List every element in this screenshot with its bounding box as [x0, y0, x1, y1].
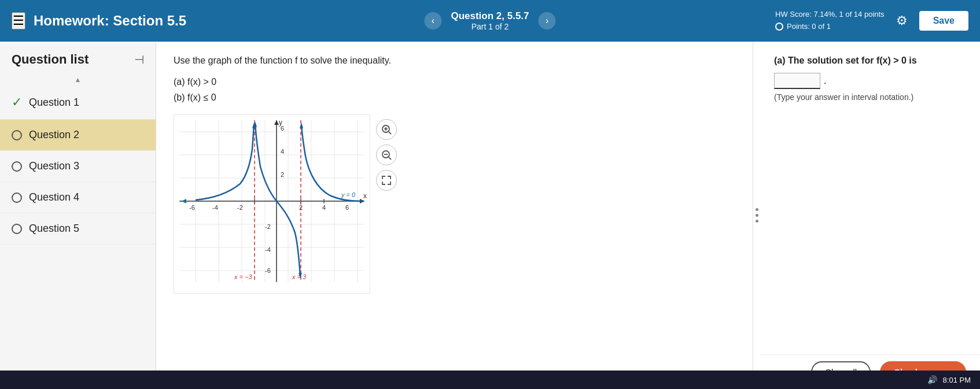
svg-text:-4: -4 [265, 246, 271, 253]
svg-text:6: 6 [345, 204, 349, 211]
answer-panel: (a) The solution set for f(x) > 0 is . (… [760, 42, 980, 389]
svg-text:-2: -2 [265, 223, 271, 230]
question-3-label: Question 3 [29, 160, 79, 172]
question-2-label: Question 2 [29, 129, 79, 141]
volume-icon: 🔊 [927, 375, 937, 384]
question-sub: Part 1 of 2 [451, 22, 529, 31]
sidebar-scroll-up-button[interactable]: ▲ [75, 76, 82, 84]
settings-button[interactable]: ⚙ [896, 13, 908, 28]
answer-instruction: (Type your answer in interval notation.) [774, 92, 966, 102]
zoom-out-button[interactable] [376, 145, 397, 165]
svg-text:4: 4 [322, 204, 326, 211]
question-5-radio-icon [12, 224, 22, 234]
svg-text:-6: -6 [189, 204, 195, 211]
question-part-b: (b) f(x) ≤ 0 [174, 90, 735, 105]
sidebar: Question list ⊣ ▲ ✓ Question 1 Question … [0, 42, 156, 389]
main-layout: Question list ⊣ ▲ ✓ Question 1 Question … [0, 42, 980, 389]
graph-svg: -6 -4 -2 2 4 6 x 6 4 2 -2 -4 - [174, 114, 370, 294]
content-area: Use the graph of the function f to solve… [156, 42, 980, 389]
header: ☰ Homework: Section 5.5 ‹ Question 2, 5.… [0, 0, 980, 42]
question-parts: (a) f(x) > 0 (b) f(x) ≤ 0 [174, 74, 735, 105]
question-list: ✓ Question 1 Question 2 Question 3 Quest… [0, 86, 156, 373]
question-panel: Use the graph of the function f to solve… [156, 42, 753, 389]
answer-part-label: (a) The solution set for f(x) > 0 is [774, 55, 917, 66]
question-instruction: Use the graph of the function f to solve… [174, 55, 735, 66]
points-label: Points: 0 of 1 [787, 21, 831, 33]
svg-text:2: 2 [281, 171, 284, 178]
page-title: Homework: Section 5.5 [34, 13, 186, 29]
sidebar-header: Question list ⊣ [0, 42, 156, 73]
header-left: ☰ Homework: Section 5.5 [12, 12, 197, 29]
zoom-in-button[interactable] [376, 119, 397, 140]
hw-score-label: HW Score: 7.14%, 1 of 14 points [775, 9, 885, 21]
graph-svg-container: -6 -4 -2 2 4 6 x 6 4 2 -2 -4 - [174, 114, 370, 296]
svg-text:x: x [363, 192, 367, 200]
sidebar-item-question-1[interactable]: ✓ Question 1 [0, 86, 156, 120]
graph-wrapper: -6 -4 -2 2 4 6 x 6 4 2 -2 -4 - [174, 114, 735, 296]
svg-line-50 [389, 132, 391, 134]
save-button[interactable]: Save [919, 11, 968, 31]
question-4-radio-icon [12, 192, 22, 203]
question-1-label: Question 1 [29, 97, 79, 109]
points-radio-icon [775, 23, 783, 31]
next-question-button[interactable]: › [539, 12, 556, 29]
expand-button[interactable] [376, 170, 397, 191]
svg-text:-2: -2 [237, 204, 243, 211]
svg-text:-4: -4 [212, 204, 218, 211]
sidebar-item-question-3[interactable]: Question 3 [0, 151, 156, 182]
sidebar-scroll-up: ▲ [0, 73, 156, 86]
panel-divider [753, 42, 760, 389]
divider-dot-2 [756, 214, 758, 217]
hw-score-area: HW Score: 7.14%, 1 of 14 points Points: … [775, 9, 885, 33]
sidebar-collapse-button[interactable]: ⊣ [134, 53, 144, 66]
sidebar-item-question-2[interactable]: Question 2 [0, 120, 156, 151]
taskbar-icons: 🔊 [927, 375, 937, 384]
graph-tools [376, 119, 397, 191]
divider-dot-3 [756, 220, 758, 223]
svg-text:y = 0: y = 0 [341, 191, 356, 198]
taskbar-time: 8:01 PM [943, 376, 971, 384]
prev-question-button[interactable]: ‹ [424, 12, 441, 29]
answer-input[interactable] [774, 73, 820, 89]
question-5-label: Question 5 [29, 223, 79, 235]
svg-text:4: 4 [281, 148, 284, 155]
svg-text:x = −3: x = −3 [234, 273, 252, 280]
sidebar-item-question-5[interactable]: Question 5 [0, 213, 156, 244]
svg-text:-6: -6 [265, 267, 271, 274]
menu-icon[interactable]: ☰ [12, 12, 25, 29]
svg-text:y: y [279, 118, 282, 127]
question-part-a: (a) f(x) > 0 [174, 74, 735, 90]
question-1-check-icon: ✓ [12, 95, 22, 110]
header-right: HW Score: 7.14%, 1 of 14 points Points: … [775, 9, 968, 33]
question-4-label: Question 4 [29, 191, 79, 203]
svg-line-53 [389, 157, 391, 160]
sidebar-title: Question list [12, 52, 89, 67]
answer-period: . [824, 76, 826, 86]
question-info: Question 2, 5.5.7 Part 1 of 2 [451, 10, 529, 31]
sidebar-item-question-4[interactable]: Question 4 [0, 182, 156, 213]
question-label: Question 2, 5.5.7 [451, 10, 529, 22]
hw-points-line: Points: 0 of 1 [775, 21, 885, 33]
question-2-radio-icon [12, 130, 22, 140]
divider-dot-1 [756, 208, 758, 211]
svg-rect-0 [174, 114, 370, 294]
header-center: ‹ Question 2, 5.5.7 Part 1 of 2 › [424, 10, 555, 31]
question-3-radio-icon [12, 161, 22, 172]
taskbar: 🔊 8:01 PM [0, 371, 980, 389]
